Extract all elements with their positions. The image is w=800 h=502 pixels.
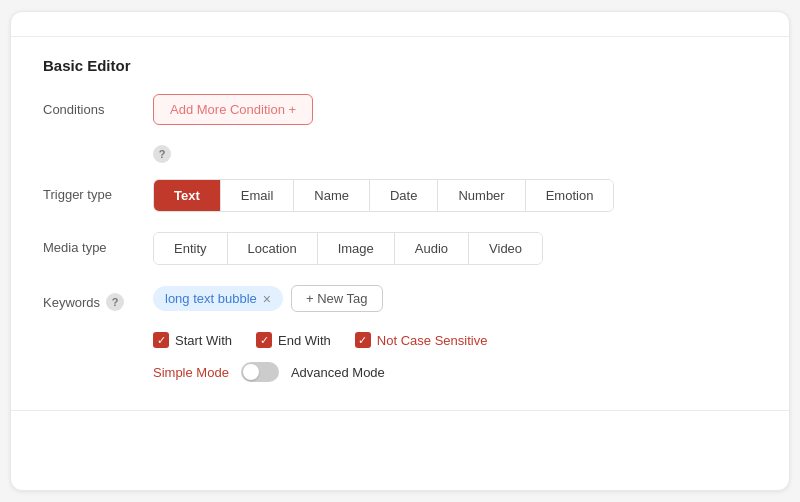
keywords-label: Keywords ? [43, 285, 153, 311]
tab-number[interactable]: Number [438, 180, 525, 211]
basic-editor-card: Basic Editor Conditions Add More Conditi… [10, 11, 790, 491]
tab-email[interactable]: Email [221, 180, 295, 211]
tab-name[interactable]: Name [294, 180, 370, 211]
trigger-type-content: Text Email Name Date Number Emotion [153, 179, 757, 212]
mode-row: Simple Mode Advanced Mode [153, 362, 757, 382]
checkbox-end-with-input[interactable] [256, 332, 272, 348]
checkbox-end-with-label: End With [278, 333, 331, 348]
checkbox-not-case-sensitive-label: Not Case Sensitive [377, 333, 488, 348]
checkbox-row: Start With End With Not Case Sensitive [153, 332, 757, 348]
checkbox-start-with[interactable]: Start With [153, 332, 232, 348]
tab-emotion[interactable]: Emotion [526, 180, 614, 211]
trigger-type-row: Trigger type Text Email Name Date Number… [43, 179, 757, 212]
advanced-mode-label: Advanced Mode [291, 365, 385, 380]
tab-entity[interactable]: Entity [154, 233, 228, 264]
tab-text[interactable]: Text [154, 180, 221, 211]
help-row: ? [153, 145, 757, 163]
checkbox-not-case-sensitive[interactable]: Not Case Sensitive [355, 332, 488, 348]
tab-audio[interactable]: Audio [395, 233, 469, 264]
mode-toggle[interactable] [241, 362, 279, 382]
checkbox-end-with[interactable]: End With [256, 332, 331, 348]
keyword-tag-remove[interactable]: × [263, 292, 271, 306]
keywords-content: long text bubble × + New Tag [153, 285, 757, 312]
tab-image[interactable]: Image [318, 233, 395, 264]
help-icon[interactable]: ? [153, 145, 171, 163]
card-title: Basic Editor [43, 57, 757, 74]
add-condition-button[interactable]: Add More Condition + [153, 94, 313, 125]
checkbox-start-with-label: Start With [175, 333, 232, 348]
keyword-tag-text: long text bubble [165, 291, 257, 306]
conditions-row: Conditions Add More Condition + [43, 94, 757, 125]
checkbox-not-case-sensitive-input[interactable] [355, 332, 371, 348]
tab-location[interactable]: Location [228, 233, 318, 264]
trigger-type-tab-group: Text Email Name Date Number Emotion [153, 179, 614, 212]
tab-date[interactable]: Date [370, 180, 438, 211]
tab-video[interactable]: Video [469, 233, 542, 264]
checkbox-start-with-input[interactable] [153, 332, 169, 348]
keywords-row: Keywords ? long text bubble × + New Tag [43, 285, 757, 312]
new-tag-button[interactable]: + New Tag [291, 285, 383, 312]
keyword-tag: long text bubble × [153, 286, 283, 311]
conditions-content: Add More Condition + [153, 94, 757, 125]
media-type-content: Entity Location Image Audio Video [153, 232, 757, 265]
simple-mode-label: Simple Mode [153, 365, 229, 380]
conditions-label: Conditions [43, 94, 153, 117]
keywords-help-icon[interactable]: ? [106, 293, 124, 311]
media-type-tab-group: Entity Location Image Audio Video [153, 232, 543, 265]
media-type-row: Media type Entity Location Image Audio V… [43, 232, 757, 265]
media-type-label: Media type [43, 232, 153, 255]
trigger-type-label: Trigger type [43, 179, 153, 202]
